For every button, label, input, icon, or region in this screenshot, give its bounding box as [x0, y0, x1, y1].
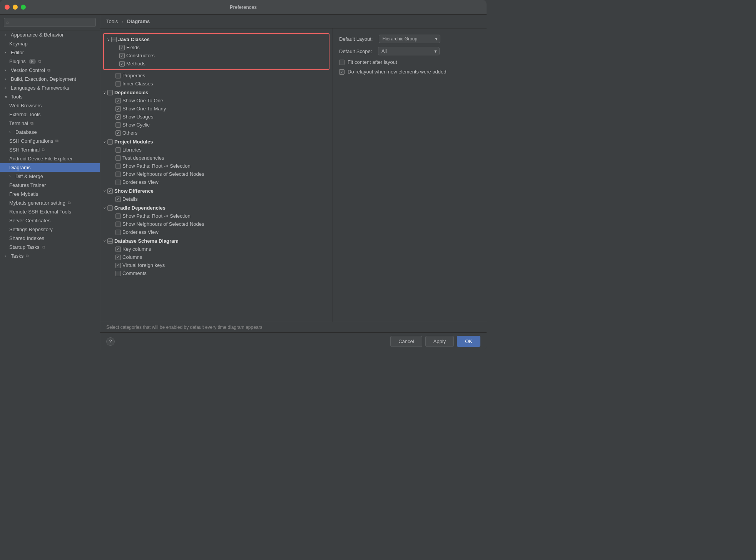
- show-paths-root-selection-row[interactable]: Show Paths: Root -> Selection: [100, 162, 333, 170]
- fit-content-checkbox[interactable]: [339, 60, 345, 65]
- show-one-to-many-row[interactable]: Show One To Many: [100, 105, 333, 113]
- borderless-view-row[interactable]: Borderless View: [100, 178, 333, 186]
- sidebar-item-tools[interactable]: ∨ Tools: [0, 92, 100, 101]
- show-difference-checkbox[interactable]: [107, 188, 113, 194]
- show-cyclic-row[interactable]: Show Cyclic: [100, 121, 333, 129]
- fields-checkbox[interactable]: [119, 45, 125, 50]
- show-neighbours-selected-nodes-row[interactable]: Show Neighbours of Selected Nodes: [100, 170, 333, 178]
- comments-row[interactable]: Comments: [100, 269, 333, 277]
- key-columns-row[interactable]: Key columns: [100, 245, 333, 253]
- show-one-to-many-checkbox[interactable]: [115, 106, 121, 112]
- gradle-show-paths-checkbox[interactable]: [115, 213, 121, 219]
- help-button[interactable]: ?: [106, 337, 115, 346]
- gradle-borderless-checkbox[interactable]: [115, 230, 121, 235]
- minimize-button[interactable]: [13, 5, 18, 10]
- sidebar-item-diagrams[interactable]: Diagrams: [0, 163, 100, 172]
- test-dependencies-checkbox[interactable]: [115, 155, 121, 161]
- close-button[interactable]: [5, 5, 10, 10]
- search-input[interactable]: [4, 18, 96, 27]
- methods-row[interactable]: Methods: [104, 60, 329, 68]
- virtual-foreign-keys-row[interactable]: Virtual foreign keys: [100, 261, 333, 269]
- properties-row[interactable]: Properties: [100, 72, 333, 80]
- details-checkbox[interactable]: [115, 197, 121, 202]
- default-scope-select[interactable]: All Project Module: [378, 47, 440, 55]
- apply-button[interactable]: Apply: [425, 336, 454, 347]
- libraries-checkbox[interactable]: [115, 147, 121, 153]
- sidebar-item-terminal[interactable]: Terminal ⧉: [0, 119, 100, 128]
- java-classes-checkbox[interactable]: [111, 37, 117, 42]
- show-usages-row[interactable]: Show Usages: [100, 113, 333, 121]
- sidebar-item-external-tools[interactable]: External Tools: [0, 110, 100, 119]
- properties-checkbox[interactable]: [115, 73, 121, 78]
- sidebar-item-startup-tasks[interactable]: Startup Tasks ⧉: [0, 243, 100, 252]
- gradle-borderless-row[interactable]: Borderless View: [100, 228, 333, 236]
- show-neighbours-checkbox[interactable]: [115, 172, 121, 177]
- gradle-show-paths-row[interactable]: Show Paths: Root -> Selection: [100, 212, 333, 220]
- ok-button[interactable]: OK: [457, 336, 480, 347]
- show-one-to-one-row[interactable]: Show One To One: [100, 97, 333, 105]
- project-modules-row[interactable]: ∨ Project Modules: [100, 138, 333, 146]
- gradle-dependencies-row[interactable]: ∨ Gradle Dependencies: [100, 204, 333, 212]
- sidebar-item-web-browsers[interactable]: Web Browsers: [0, 101, 100, 110]
- sidebar-item-database[interactable]: › Database: [0, 128, 100, 137]
- inner-classes-row[interactable]: Inner Classes: [100, 80, 333, 88]
- details-row[interactable]: Details: [100, 195, 333, 203]
- methods-checkbox[interactable]: [119, 61, 125, 67]
- virtual-foreign-keys-checkbox[interactable]: [115, 263, 121, 268]
- sidebar-item-ssh-configurations[interactable]: SSH Configurations ⧉: [0, 137, 100, 145]
- gradle-show-neighbours-row[interactable]: Show Neighbours of Selected Nodes: [100, 220, 333, 228]
- show-paths-root-selection-checkbox[interactable]: [115, 163, 121, 169]
- sidebar-item-remote-ssh[interactable]: Remote SSH External Tools: [0, 207, 100, 216]
- java-classes-row[interactable]: ∨ Java Classes: [104, 35, 329, 43]
- sidebar-item-plugins[interactable]: Plugins 5 ⧉: [0, 57, 100, 66]
- show-cyclic-checkbox[interactable]: [115, 122, 121, 128]
- sidebar-item-android-device[interactable]: Android Device File Explorer: [0, 154, 100, 163]
- sidebar-item-version-control[interactable]: › Version Control ⧉: [0, 66, 100, 75]
- sidebar-item-label: Version Control: [11, 67, 45, 73]
- sidebar-item-settings-repository[interactable]: Settings Repository: [0, 225, 100, 234]
- default-layout-select[interactable]: Hierarchic Group Circular Organic Orthog…: [379, 35, 440, 43]
- do-relayout-checkbox[interactable]: [339, 69, 345, 75]
- expand-chevron: ∨: [103, 140, 106, 144]
- sidebar-item-keymap[interactable]: Keymap: [0, 39, 100, 48]
- sidebar-item-diff-merge[interactable]: › Diff & Merge: [0, 172, 100, 181]
- key-columns-checkbox[interactable]: [115, 247, 121, 252]
- columns-checkbox[interactable]: [115, 255, 121, 260]
- sidebar-item-features-trainer[interactable]: Features Trainer: [0, 181, 100, 190]
- others-row[interactable]: Others: [100, 129, 333, 137]
- sidebar-item-shared-indexes[interactable]: Shared Indexes: [0, 234, 100, 243]
- borderless-view-checkbox[interactable]: [115, 180, 121, 185]
- sidebar-item-build[interactable]: › Build, Execution, Deployment: [0, 75, 100, 83]
- dependencies-checkbox[interactable]: [107, 90, 113, 95]
- gradle-show-neighbours-checkbox[interactable]: [115, 222, 121, 227]
- sidebar-item-languages[interactable]: › Languages & Frameworks: [0, 83, 100, 92]
- inner-classes-checkbox[interactable]: [115, 81, 121, 87]
- test-dependencies-row[interactable]: Test dependencies: [100, 154, 333, 162]
- database-schema-label: Database Schema Diagram: [114, 238, 179, 244]
- dependencies-row[interactable]: ∨ Dependencies: [100, 88, 333, 97]
- libraries-row[interactable]: Libraries: [100, 146, 333, 154]
- sidebar-item-tasks[interactable]: › Tasks ⧉: [0, 252, 100, 260]
- sidebar-item-editor[interactable]: › Editor: [0, 48, 100, 57]
- sidebar-item-appearance[interactable]: › Appearance & Behavior: [0, 30, 100, 39]
- database-schema-row[interactable]: ∨ Database Schema Diagram: [100, 237, 333, 245]
- chevron-icon: ›: [5, 86, 9, 90]
- others-checkbox[interactable]: [115, 130, 121, 136]
- constructors-checkbox[interactable]: [119, 53, 125, 58]
- comments-checkbox[interactable]: [115, 271, 121, 276]
- gradle-dependencies-checkbox[interactable]: [107, 205, 113, 211]
- sidebar-item-ssh-terminal[interactable]: SSH Terminal ⧉: [0, 145, 100, 154]
- cancel-button[interactable]: Cancel: [390, 336, 422, 347]
- maximize-button[interactable]: [21, 5, 26, 10]
- show-difference-row[interactable]: ∨ Show Difference: [100, 187, 333, 195]
- show-usages-checkbox[interactable]: [115, 114, 121, 120]
- show-one-to-one-checkbox[interactable]: [115, 98, 121, 103]
- sidebar-item-server-certificates[interactable]: Server Certificates: [0, 216, 100, 225]
- sidebar-item-free-mybatis[interactable]: Free Mybatis: [0, 190, 100, 198]
- project-modules-checkbox[interactable]: [107, 139, 113, 145]
- constructors-row[interactable]: Constructors: [104, 52, 329, 60]
- database-schema-checkbox[interactable]: [107, 238, 113, 244]
- columns-row[interactable]: Columns: [100, 253, 333, 261]
- fields-row[interactable]: Fields: [104, 43, 329, 52]
- sidebar-item-mybatis-generator[interactable]: Mybatis generator setting ⧉: [0, 198, 100, 207]
